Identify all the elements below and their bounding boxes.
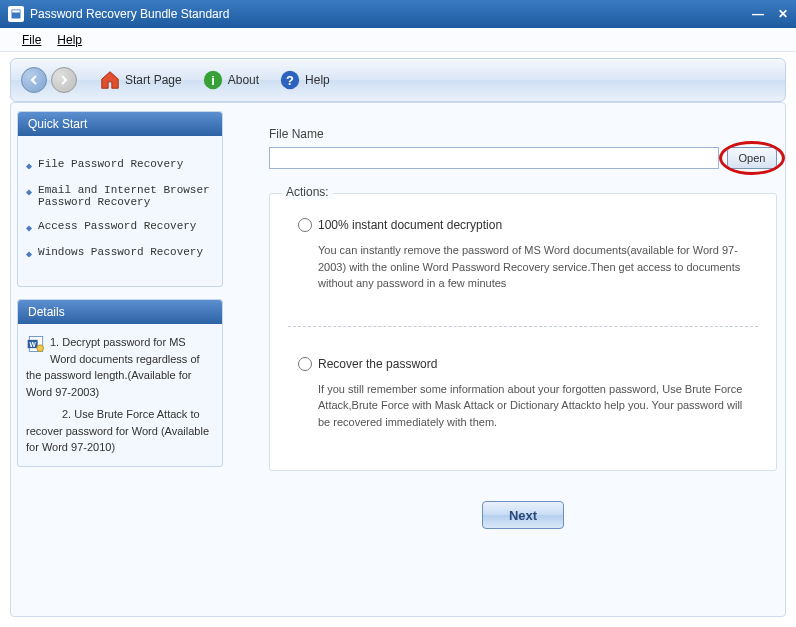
actions-legend: Actions: — [282, 185, 333, 199]
help-icon: ? — [279, 69, 301, 91]
minimize-button[interactable]: — — [752, 7, 764, 21]
sidebar-item-file-recovery[interactable]: ◆ File Password Recovery — [26, 158, 214, 172]
toolbar-about-label: About — [228, 73, 259, 87]
separator — [288, 326, 758, 327]
details-text-2: 2. Use Brute Force Attack to recover pas… — [26, 408, 209, 453]
sidebar-item-label: Access Password Recovery — [38, 220, 196, 232]
toolbar-about[interactable]: i About — [196, 67, 265, 93]
menu-help[interactable]: Help — [57, 33, 82, 47]
bullet-icon: ◆ — [26, 160, 32, 172]
option-recover-password[interactable]: Recover the password — [298, 357, 748, 371]
option2-label: Recover the password — [318, 357, 437, 371]
menu-file[interactable]: File — [22, 33, 41, 47]
svg-text:i: i — [211, 73, 215, 88]
details-header: Details — [18, 300, 222, 324]
sidebar-item-access-recovery[interactable]: ◆ Access Password Recovery — [26, 220, 214, 234]
close-button[interactable]: ✕ — [778, 7, 788, 21]
main-area: File Name Open Actions: 100% instant doc… — [269, 127, 777, 606]
quick-start-panel: Quick Start ◆ File Password Recovery ◆ E… — [17, 111, 223, 287]
quick-start-header: Quick Start — [18, 112, 222, 136]
arrow-left-icon — [28, 74, 40, 86]
option-instant-decryption[interactable]: 100% instant document decryption — [298, 218, 748, 232]
arrow-right-icon — [58, 74, 70, 86]
open-button[interactable]: Open — [727, 147, 777, 169]
menubar: File Help — [0, 28, 796, 52]
file-name-input[interactable] — [269, 147, 719, 169]
sidebar-item-windows-recovery[interactable]: ◆ Windows Password Recovery — [26, 246, 214, 260]
toolbar-start-label: Start Page — [125, 73, 182, 87]
word-doc-icon: W — [26, 334, 46, 354]
bullet-icon: ◆ — [26, 222, 32, 234]
sidebar-item-label: File Password Recovery — [38, 158, 183, 170]
radio-recover[interactable] — [298, 357, 312, 371]
sidebar-item-email-recovery[interactable]: ◆ Email and Internet Browser Password Re… — [26, 184, 214, 208]
sidebar-item-label: Windows Password Recovery — [38, 246, 203, 258]
option1-desc: You can instantly remove the password of… — [318, 242, 748, 292]
actions-fieldset: Actions: 100% instant document decryptio… — [269, 193, 777, 471]
app-icon — [8, 6, 24, 22]
toolbar-help-label: Help — [305, 73, 330, 87]
option1-label: 100% instant document decryption — [318, 218, 502, 232]
details-panel: Details W 1. Decrypt password for MS Wor… — [17, 299, 223, 467]
svg-point-9 — [37, 345, 44, 352]
details-text-1: 1. Decrypt password for MS Word document… — [26, 336, 200, 398]
nav-back-button[interactable] — [21, 67, 47, 93]
toolbar: Start Page i About ? Help — [10, 58, 786, 102]
titlebar: Password Recovery Bundle Standard — ✕ — [0, 0, 796, 28]
svg-text:W: W — [30, 341, 37, 348]
bullet-icon: ◆ — [26, 186, 32, 198]
sidebar: Quick Start ◆ File Password Recovery ◆ E… — [17, 111, 223, 479]
svg-text:?: ? — [286, 73, 294, 88]
file-name-label: File Name — [269, 127, 777, 141]
next-button[interactable]: Next — [482, 501, 564, 529]
content-panel: Quick Start ◆ File Password Recovery ◆ E… — [10, 102, 786, 617]
nav-forward-button[interactable] — [51, 67, 77, 93]
sidebar-item-label: Email and Internet Browser Password Reco… — [38, 184, 214, 208]
home-icon — [99, 69, 121, 91]
toolbar-help[interactable]: ? Help — [273, 67, 336, 93]
radio-instant[interactable] — [298, 218, 312, 232]
svg-rect-1 — [12, 10, 20, 12]
toolbar-start-page[interactable]: Start Page — [93, 67, 188, 93]
bullet-icon: ◆ — [26, 248, 32, 260]
option2-desc: If you still remember some information a… — [318, 381, 748, 431]
window-title: Password Recovery Bundle Standard — [30, 7, 752, 21]
info-icon: i — [202, 69, 224, 91]
